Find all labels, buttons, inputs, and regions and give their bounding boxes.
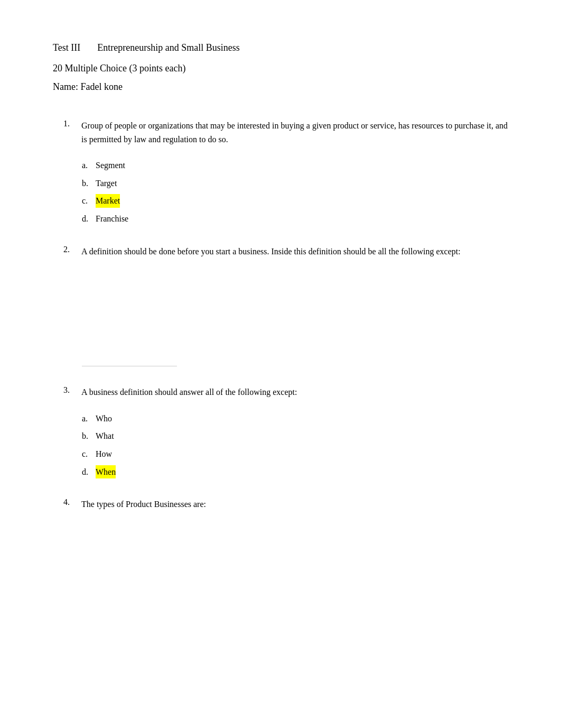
header-line: Test III Entrepreneurship and Small Busi… [53,42,508,53]
question-body-4: The types of Product Businesses are: [81,497,206,511]
answer-letter-1b: b. [82,177,91,190]
question-block-2: 2. A definition should be done before yo… [53,245,508,367]
subtitle: 20 Multiple Choice (3 points each) [53,63,508,74]
answer-list-3: a. Who b. What c. How d. When [53,412,508,478]
answer-item-3c: c. How [82,447,508,461]
answer-item-1a: a. Segment [82,159,508,172]
answer-letter-3b: b. [82,429,91,443]
question-number-1: 1. [63,119,76,146]
answer-list-1: a. Segment b. Target c. Market d. Franch… [53,159,508,225]
answer-text-3c: How [96,447,112,461]
answer-letter-3c: c. [82,447,91,461]
question-number-2: 2. [63,245,76,259]
answer-item-3d: d. When [82,465,508,479]
answer-item-3b: b. What [82,429,508,443]
question-body-3: A business definition should answer all … [81,385,297,399]
answer-letter-3d: d. [82,465,91,479]
questions-section: 1. Group of people or organizations that… [53,119,508,511]
answer-text-3d: When [96,465,116,479]
answer-spacer-2 [53,271,508,355]
student-name: Name: Fadel kone [53,81,508,93]
answer-item-1c: c. Market [82,194,508,208]
question-number-4: 4. [63,497,76,511]
question-block-4: 4. The types of Product Businesses are: [53,497,508,511]
answer-letter-3a: a. [82,412,91,426]
answer-text-1a: Segment [96,159,125,172]
answer-item-1b: b. Target [82,177,508,190]
question-body-1: Group of people or organizations that ma… [81,119,508,146]
question-text-1: 1. Group of people or organizations that… [53,119,508,146]
page: Test III Entrepreneurship and Small Busi… [0,0,561,728]
question-block-1: 1. Group of people or organizations that… [53,119,508,226]
question-block-3: 3. A business definition should answer a… [53,385,508,478]
answer-letter-1a: a. [82,159,91,172]
question-text-4: 4. The types of Product Businesses are: [53,497,508,511]
answer-text-3a: Who [96,412,112,426]
answer-item-1d: d. Franchise [82,212,508,226]
question-number-3: 3. [63,385,76,399]
question-body-2: A definition should be done before you s… [81,245,461,259]
answer-item-3a: a. Who [82,412,508,426]
answer-text-3b: What [96,429,114,443]
answer-text-1b: Target [96,177,117,190]
question-text-3: 3. A business definition should answer a… [53,385,508,399]
answer-text-1d: Franchise [96,212,128,226]
answer-letter-1d: d. [82,212,91,226]
test-title: Entrepreneurship and Small Business [97,42,239,53]
student-name-value: Fadel kone [80,81,122,92]
name-label: Name: [53,81,78,92]
question-text-2: 2. A definition should be done before yo… [53,245,508,259]
test-label: Test III [53,42,80,53]
divider-2 [82,366,177,366]
answer-text-1c: Market [96,194,120,208]
answer-letter-1c: c. [82,194,91,208]
